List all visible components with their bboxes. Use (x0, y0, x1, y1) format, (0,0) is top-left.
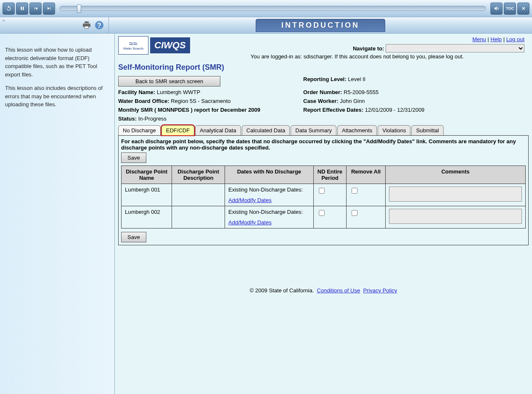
col-remove-all: Remove All (347, 166, 386, 184)
no-discharge-table: Discharge Point Name Discharge Point Des… (121, 165, 526, 229)
existing-dates-label: Existing Non-Discharge Dates: (228, 209, 310, 215)
svg-rect-0 (21, 7, 22, 10)
close-button[interactable] (517, 3, 529, 15)
tab-analytical[interactable]: Analytical Data (195, 125, 241, 135)
svg-text:?: ? (97, 22, 101, 29)
header-strip: » ? INTRODUCTION (0, 17, 532, 34)
logged-in-msg: You are logged-in as: sdischarger. If th… (190, 53, 524, 60)
lesson-title: INTRODUCTION (256, 19, 385, 32)
tab-violations[interactable]: Violations (378, 125, 410, 135)
menu-link[interactable]: Menu (472, 36, 486, 42)
sidebar-header: » ? (0, 17, 109, 33)
player-bar: TOC (0, 0, 532, 17)
page-title: Self-Monitoring Report (SMR) (118, 63, 529, 72)
restart-button[interactable] (3, 3, 15, 15)
order-label: Order Number: (303, 89, 342, 95)
navigate-select[interactable] (386, 44, 524, 53)
tab-bar: No Discharge EDF/CDF Analytical Data Cal… (118, 125, 529, 135)
svg-rect-1 (23, 7, 24, 10)
cell-point-desc (172, 206, 225, 229)
order-value: R5-2009-5555 (344, 89, 378, 95)
sidebar-text-2: This lesson also includes descriptions o… (5, 84, 109, 109)
nd-entire-checkbox[interactable] (319, 210, 325, 216)
add-modify-dates-link[interactable]: Add/Modify Dates (228, 197, 272, 203)
caseworker-value: John Ginn (340, 98, 365, 104)
top-links: Menu | Help | Log out (190, 36, 524, 42)
logo-small-text: Water Boards (123, 47, 144, 50)
copyright-text: © 2009 State of California. (250, 287, 314, 294)
seek-slider[interactable] (60, 6, 486, 11)
col-point-desc: Discharge Point Description (172, 166, 225, 184)
volume-button[interactable] (490, 3, 503, 15)
title-bar: INTRODUCTION (109, 17, 532, 33)
help-icon[interactable]: ? (94, 20, 104, 30)
status-label: Status: (118, 116, 137, 122)
seek-thumb[interactable] (77, 5, 81, 13)
col-nd-entire: ND Entire Period (313, 166, 346, 184)
navigate-label: Navigate to: (353, 45, 384, 52)
prev-button[interactable] (29, 3, 42, 15)
tab-submittal[interactable]: Submittal (411, 125, 443, 135)
status-value: In-Progress (138, 116, 167, 122)
panel-instruction: For each discharge point below, specify … (121, 138, 526, 151)
level-value: Level II (348, 76, 365, 82)
conditions-link[interactable]: Conditions of Use (317, 287, 360, 294)
sidebar-text-1: This lesson will show how to upload elec… (5, 46, 109, 79)
footer: © 2009 State of California. Conditions o… (118, 287, 529, 294)
pause-button[interactable] (16, 3, 28, 15)
collapse-chevron-icon[interactable]: » (3, 18, 4, 23)
effective-label: Report Effective Dates: (303, 107, 363, 113)
toc-button[interactable]: TOC (504, 3, 516, 15)
facility-label: Facility Name: (118, 89, 155, 95)
privacy-link[interactable]: Privacy Policy (363, 287, 397, 294)
cell-point-name: Lumbergh 002 (122, 206, 172, 229)
logout-link[interactable]: Log out (506, 36, 524, 42)
report-label: Monthly SMR ( MONNPDES ) report for Dece… (118, 107, 260, 113)
next-button[interactable] (43, 3, 55, 15)
caseworker-label: Case Worker: (303, 98, 339, 104)
embedded-app: ≈≈ Water Boards CIWQS Menu | Help | Log … (115, 34, 532, 394)
office-label: Water Board Office: (118, 98, 169, 104)
effective-value: 12/01/2009 - 12/31/2009 (365, 107, 425, 113)
tab-calculated[interactable]: Calculated Data (242, 125, 290, 135)
level-label: Reporting Level: (303, 76, 347, 82)
existing-dates-label: Existing Non-Discharge Dates: (228, 186, 310, 193)
no-discharge-panel: For each discharge point below, specify … (118, 135, 529, 245)
remove-all-checkbox[interactable] (352, 188, 357, 194)
comments-textarea[interactable] (389, 186, 522, 202)
help-link[interactable]: Help (490, 36, 502, 42)
col-comments: Comments (386, 166, 526, 184)
main-area: This lesson will show how to upload elec… (0, 34, 532, 394)
save-button-bottom[interactable]: Save (121, 232, 146, 242)
waves-icon: ≈≈ (129, 41, 138, 47)
app-logo: ≈≈ Water Boards CIWQS (118, 36, 190, 55)
col-point-name: Discharge Point Name (122, 166, 172, 184)
lesson-sidebar: This lesson will show how to upload elec… (0, 34, 115, 394)
logo-big-text: CIWQS (150, 37, 190, 53)
remove-all-checkbox[interactable] (352, 210, 357, 216)
tab-data-summary[interactable]: Data Summary (291, 125, 336, 135)
cell-point-desc (172, 184, 225, 206)
tab-edf-cdf[interactable]: EDF/CDF (161, 125, 194, 135)
table-row: Lumbergh 001 Existing Non-Discharge Date… (122, 184, 526, 206)
print-icon[interactable] (82, 20, 92, 30)
tab-attachments[interactable]: Attachments (337, 125, 377, 135)
col-dates: Dates with No Discharge (225, 166, 314, 184)
svg-rect-2 (85, 26, 88, 28)
back-button[interactable]: Back to SMR search screen (118, 76, 220, 87)
save-button-top[interactable]: Save (121, 152, 146, 163)
facility-value: Lumbergh WWTP (157, 89, 200, 95)
cell-point-name: Lumbergh 001 (122, 184, 172, 206)
office-value: Region 5S - Sacramento (171, 98, 230, 104)
comments-textarea[interactable] (389, 209, 522, 224)
nd-entire-checkbox[interactable] (319, 188, 325, 194)
table-row: Lumbergh 002 Existing Non-Discharge Date… (122, 206, 526, 229)
add-modify-dates-link[interactable]: Add/Modify Dates (228, 219, 272, 226)
tab-no-discharge[interactable]: No Discharge (118, 125, 161, 135)
